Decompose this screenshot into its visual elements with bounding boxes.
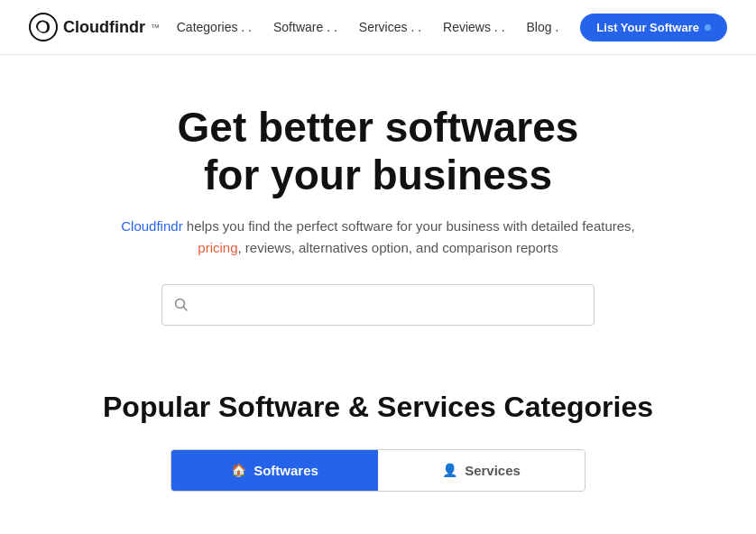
- nav-software[interactable]: Software .: [273, 20, 337, 34]
- search-input[interactable]: [161, 284, 595, 326]
- svg-line-2: [184, 307, 188, 310]
- tab-services[interactable]: 👤 Services: [378, 450, 585, 491]
- main-nav: Categories . Software . Services . Revie…: [177, 14, 727, 41]
- services-tab-icon: 👤: [442, 463, 457, 477]
- hero-section: Get better softwares for your business C…: [0, 55, 756, 354]
- nav-services[interactable]: Services .: [359, 20, 421, 34]
- cta-dot-icon: [705, 24, 711, 31]
- softwares-tab-icon: 🏠: [231, 463, 246, 477]
- logo[interactable]: Cloudfindr™: [29, 13, 160, 41]
- nav-categories[interactable]: Categories .: [177, 20, 252, 34]
- hero-highlight-pricing: pricing: [198, 240, 237, 255]
- logo-tm: ™: [151, 23, 160, 32]
- hero-subtitle: Cloudfindr helps you find the perfect so…: [121, 216, 634, 259]
- services-tab-label: Services: [465, 463, 521, 478]
- nav-blog[interactable]: Blog .: [527, 20, 559, 34]
- logo-icon: [29, 13, 58, 41]
- logo-wordmark: Cloudfindr: [63, 18, 145, 37]
- softwares-tab-label: Softwares: [254, 463, 318, 478]
- search-icon: [174, 298, 189, 312]
- hero-title: Get better softwares for your business: [178, 104, 579, 199]
- categories-title: Popular Software & Services Categories: [103, 391, 653, 424]
- hero-brand-name: Cloudfindr: [121, 218, 182, 234]
- list-software-button[interactable]: List Your Software: [580, 14, 727, 41]
- nav-reviews[interactable]: Reviews .: [443, 20, 504, 34]
- site-header: Cloudfindr™ Categories . Software . Serv…: [0, 0, 756, 55]
- tab-softwares[interactable]: 🏠 Softwares: [171, 450, 378, 491]
- categories-section: Popular Software & Services Categories 🏠…: [0, 354, 756, 510]
- category-tab-group: 🏠 Softwares 👤 Services: [171, 449, 585, 492]
- search-bar: [161, 284, 595, 326]
- cta-label: List Your Software: [596, 21, 699, 34]
